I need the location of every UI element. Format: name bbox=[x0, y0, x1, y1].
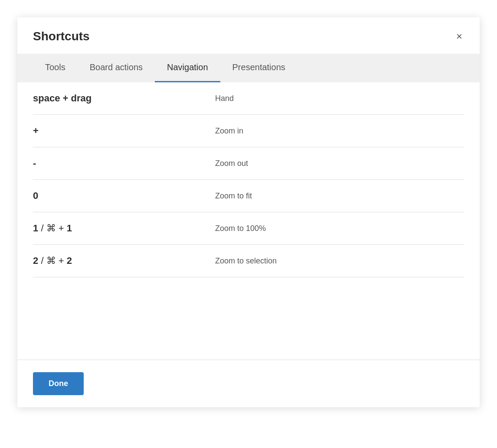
modal-title: Shortcuts bbox=[33, 29, 90, 43]
tab-presentations[interactable]: Presentations bbox=[220, 54, 298, 82]
shortcut-description: Zoom to selection bbox=[215, 256, 277, 266]
shortcut-item: space + drag Hand bbox=[33, 82, 464, 115]
shortcut-item: 0 Zoom to fit bbox=[33, 180, 464, 212]
shortcut-description: Zoom out bbox=[215, 159, 248, 168]
shortcut-description: Zoom to fit bbox=[215, 192, 252, 201]
shortcut-item: - Zoom out bbox=[33, 147, 464, 180]
shortcut-key: - bbox=[33, 158, 215, 169]
tab-navigation[interactable]: Navigation bbox=[155, 54, 220, 82]
shortcut-item: 2 / ⌘ + 2 Zoom to selection bbox=[33, 245, 464, 277]
done-button[interactable]: Done bbox=[33, 372, 84, 395]
shortcut-key: 2 / ⌘ + 2 bbox=[33, 255, 215, 266]
close-button[interactable]: × bbox=[454, 29, 464, 43]
shortcuts-modal: Shortcuts × Tools Board actions Navigati… bbox=[17, 17, 480, 407]
shortcut-key: 1 / ⌘ + 1 bbox=[33, 223, 215, 234]
shortcut-key: + bbox=[33, 125, 215, 136]
shortcut-key: space + drag bbox=[33, 93, 215, 104]
tabs-bar: Tools Board actions Navigation Presentat… bbox=[17, 54, 480, 82]
shortcut-key: 0 bbox=[33, 190, 215, 201]
shortcut-description: Hand bbox=[215, 94, 234, 103]
shortcut-item: + Zoom in bbox=[33, 115, 464, 147]
modal-footer: Done bbox=[17, 360, 480, 407]
shortcut-item: 1 / ⌘ + 1 Zoom to 100% bbox=[33, 212, 464, 245]
shortcut-list: space + drag Hand + Zoom in - Zoom out 0… bbox=[33, 82, 464, 277]
shortcut-description: Zoom in bbox=[215, 127, 243, 136]
tab-board-actions[interactable]: Board actions bbox=[78, 54, 155, 82]
tab-tools[interactable]: Tools bbox=[33, 54, 78, 82]
modal-body: space + drag Hand + Zoom in - Zoom out 0… bbox=[17, 82, 480, 351]
shortcut-description: Zoom to 100% bbox=[215, 224, 266, 233]
modal-header: Shortcuts × bbox=[17, 17, 480, 54]
